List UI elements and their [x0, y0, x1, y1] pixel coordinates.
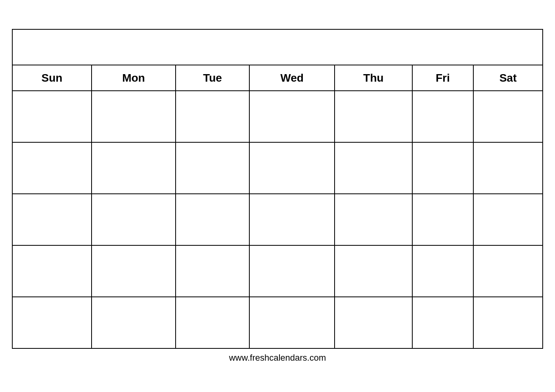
cell-4-wed[interactable]	[249, 245, 335, 297]
cell-1-tue[interactable]	[176, 91, 249, 142]
cell-5-thu[interactable]	[335, 297, 412, 348]
week-row-3	[12, 194, 543, 245]
cell-1-fri[interactable]	[412, 91, 473, 142]
cell-2-wed[interactable]	[249, 142, 335, 194]
cell-4-tue[interactable]	[176, 245, 249, 297]
cell-3-fri[interactable]	[412, 194, 473, 245]
footer-url: www.freshcalendars.com	[12, 353, 543, 363]
header-sat: Sat	[473, 65, 543, 91]
week-row-2	[12, 142, 543, 194]
header-fri: Fri	[412, 65, 473, 91]
cell-3-thu[interactable]	[335, 194, 412, 245]
header-tue: Tue	[176, 65, 249, 91]
header-sun: Sun	[12, 65, 92, 91]
week-row-4	[12, 245, 543, 297]
title-row	[12, 29, 543, 65]
cell-1-thu[interactable]	[335, 91, 412, 142]
cell-5-wed[interactable]	[249, 297, 335, 348]
cell-5-sat[interactable]	[473, 297, 543, 348]
header-wed: Wed	[249, 65, 335, 91]
cell-5-sun[interactable]	[12, 297, 92, 348]
calendar-table: Sun Mon Tue Wed Thu Fri Sat	[12, 29, 543, 349]
cell-4-mon[interactable]	[92, 245, 176, 297]
cell-5-fri[interactable]	[412, 297, 473, 348]
cell-1-sun[interactable]	[12, 91, 92, 142]
cell-1-wed[interactable]	[249, 91, 335, 142]
cell-3-sun[interactable]	[12, 194, 92, 245]
cell-5-mon[interactable]	[92, 297, 176, 348]
header-row: Sun Mon Tue Wed Thu Fri Sat	[12, 65, 543, 91]
cell-4-sun[interactable]	[12, 245, 92, 297]
cell-1-sat[interactable]	[473, 91, 543, 142]
cell-4-thu[interactable]	[335, 245, 412, 297]
cell-4-fri[interactable]	[412, 245, 473, 297]
cell-3-tue[interactable]	[176, 194, 249, 245]
header-thu: Thu	[335, 65, 412, 91]
week-row-1	[12, 91, 543, 142]
header-mon: Mon	[92, 65, 176, 91]
calendar-wrapper: Sun Mon Tue Wed Thu Fri Sat	[12, 29, 543, 363]
cell-2-sun[interactable]	[12, 142, 92, 194]
cell-3-sat[interactable]	[473, 194, 543, 245]
week-row-5	[12, 297, 543, 348]
cell-3-mon[interactable]	[92, 194, 176, 245]
cell-4-sat[interactable]	[473, 245, 543, 297]
cell-2-mon[interactable]	[92, 142, 176, 194]
cell-2-tue[interactable]	[176, 142, 249, 194]
cell-3-wed[interactable]	[249, 194, 335, 245]
cell-2-thu[interactable]	[335, 142, 412, 194]
cell-2-sat[interactable]	[473, 142, 543, 194]
cell-5-tue[interactable]	[176, 297, 249, 348]
calendar-title	[12, 29, 543, 65]
cell-2-fri[interactable]	[412, 142, 473, 194]
cell-1-mon[interactable]	[92, 91, 176, 142]
